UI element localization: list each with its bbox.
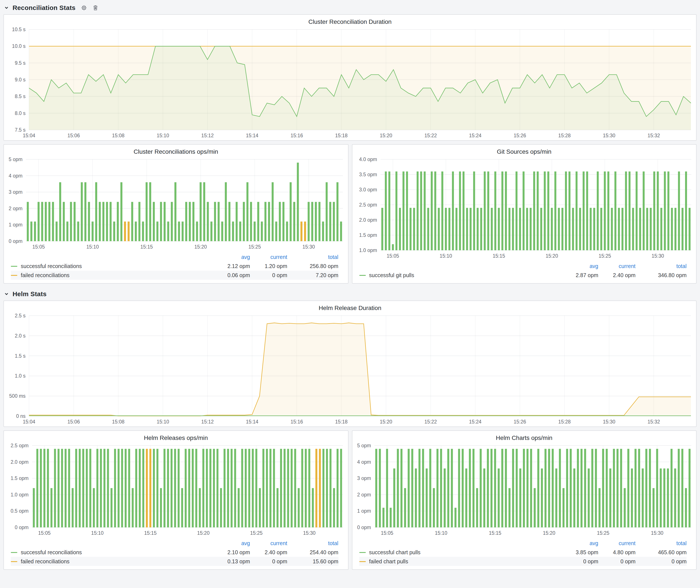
series-current: 2.40 opm xyxy=(598,272,635,278)
series-avg: 2.10 opm xyxy=(213,549,250,555)
series-avg: 0.13 opm xyxy=(213,558,250,564)
chart-canvas[interactable]: 0 opm0.5 opm1.0 opm1.5 opm2.0 opm2.5 opm… xyxy=(4,442,348,538)
legend-col-current[interactable]: current xyxy=(598,263,635,269)
svg-text:15:10: 15:10 xyxy=(157,133,169,138)
svg-text:9.0 s: 9.0 s xyxy=(15,77,26,82)
svg-text:2.0 opm: 2.0 opm xyxy=(11,459,29,465)
section-title[interactable]: Helm Stats xyxy=(13,290,47,297)
svg-text:15:15: 15:15 xyxy=(140,244,153,250)
svg-text:1 opm: 1 opm xyxy=(357,508,371,514)
cluster-reconciliation-duration-chart[interactable]: 7.5 s8.0 s8.5 s9.0 s9.5 s10.0 s10.5 s15:… xyxy=(4,26,696,140)
svg-text:15:05: 15:05 xyxy=(386,253,399,259)
svg-text:1.0 opm: 1.0 opm xyxy=(359,247,377,253)
chevron-down-icon[interactable] xyxy=(4,5,9,10)
legend-row-failed-chart-pulls: failed chart pulls 0 opm 0 opm 0 opm xyxy=(359,557,687,566)
svg-text:15:22: 15:22 xyxy=(424,419,437,425)
series-current: 2.40 opm xyxy=(250,549,287,555)
legend-col-avg[interactable]: avg xyxy=(561,540,598,546)
panel-helm-release-duration: Helm Release Duration 0 ns500 ms1.0 s1.5… xyxy=(3,300,697,427)
svg-text:15:24: 15:24 xyxy=(469,133,482,138)
series-toggle[interactable]: successful git pulls xyxy=(359,272,561,278)
chart-canvas[interactable]: 0 opm1 opm2 opm3 opm4 opm5 opm15:0515:10… xyxy=(4,156,348,252)
svg-text:15:18: 15:18 xyxy=(335,419,348,425)
series-avg: 3.85 opm xyxy=(561,549,598,555)
svg-text:15:10: 15:10 xyxy=(91,530,104,536)
svg-text:15:25: 15:25 xyxy=(250,530,263,536)
panel-git-sources-opm: Git Sources ops/min 1.0 opm1.5 opm2.0 op… xyxy=(352,144,697,284)
panel-title[interactable]: Helm Release Duration xyxy=(4,301,696,312)
legend-col-total[interactable]: total xyxy=(287,540,338,546)
svg-text:2.0 s: 2.0 s xyxy=(15,333,26,339)
svg-text:15:24: 15:24 xyxy=(469,419,482,425)
legend: avg current total successful reconciliat… xyxy=(4,538,348,569)
svg-text:4.0 opm: 4.0 opm xyxy=(359,157,377,162)
series-swatch xyxy=(359,561,366,562)
legend-col-avg[interactable]: avg xyxy=(213,540,250,546)
panel-title[interactable]: Helm Releases ops/min xyxy=(4,431,348,442)
chart-canvas[interactable]: 0 opm1 opm2 opm3 opm4 opm5 opm15:0515:10… xyxy=(352,442,696,538)
svg-text:1.0 s: 1.0 s xyxy=(15,373,26,379)
legend-col-current[interactable]: current xyxy=(598,540,635,546)
series-toggle[interactable]: failed reconciliations xyxy=(11,558,213,564)
section-title[interactable]: Reconciliation Stats xyxy=(13,4,76,11)
svg-text:15:30: 15:30 xyxy=(603,419,615,425)
series-toggle[interactable]: failed chart pulls xyxy=(359,558,561,564)
panel-title[interactable]: Helm Charts ops/min xyxy=(352,431,696,442)
series-toggle[interactable]: successful chart pulls xyxy=(359,549,561,555)
series-current: 4.80 opm xyxy=(598,549,635,555)
chart-canvas[interactable]: 1.0 opm1.5 opm2.0 opm2.5 opm3.0 opm3.5 o… xyxy=(352,156,696,261)
helm-releases-opm-chart[interactable]: 0 opm0.5 opm1.0 opm1.5 opm2.0 opm2.5 opm… xyxy=(4,442,348,538)
helm-release-duration-chart[interactable]: 0 ns500 ms1.0 s1.5 s2.0 s2.5 s15:0415:06… xyxy=(4,312,696,426)
legend-col-total[interactable]: total xyxy=(635,263,687,269)
series-total: 254.40 opm xyxy=(287,549,338,555)
svg-text:15:22: 15:22 xyxy=(424,133,437,138)
legend-header: avg current total xyxy=(11,252,338,262)
svg-text:15:30: 15:30 xyxy=(651,530,663,536)
svg-text:15:32: 15:32 xyxy=(647,133,660,138)
legend: avg current total successful chart pulls… xyxy=(352,538,696,569)
svg-text:15:10: 15:10 xyxy=(439,253,452,259)
svg-text:5 opm: 5 opm xyxy=(9,157,23,162)
chevron-down-icon[interactable] xyxy=(4,292,9,296)
legend-row-failed-reconciliations: failed reconciliations 0.13 opm 0 opm 15… xyxy=(11,557,338,566)
chart-canvas[interactable]: 7.5 s8.0 s8.5 s9.0 s9.5 s10.0 s10.5 s15:… xyxy=(4,26,696,140)
svg-text:15:04: 15:04 xyxy=(23,419,35,425)
legend-col-total[interactable]: total xyxy=(287,254,338,260)
legend-col-current[interactable]: current xyxy=(250,540,287,546)
svg-text:15:04: 15:04 xyxy=(23,133,35,138)
git-sources-opm-chart[interactable]: 1.0 opm1.5 opm2.0 opm2.5 opm3.0 opm3.5 o… xyxy=(352,156,696,261)
svg-text:15:30: 15:30 xyxy=(302,244,315,250)
section-header-reconciliation-stats[interactable]: Reconciliation Stats xyxy=(3,0,697,14)
panel-title[interactable]: Cluster Reconciliations ops/min xyxy=(4,145,348,156)
series-toggle[interactable]: successful reconciliations xyxy=(11,549,213,555)
svg-text:15:12: 15:12 xyxy=(201,419,214,425)
svg-text:3.5 opm: 3.5 opm xyxy=(359,172,377,177)
series-label: successful reconciliations xyxy=(21,549,82,555)
svg-text:10.5 s: 10.5 s xyxy=(12,27,26,32)
series-toggle[interactable]: successful reconciliations xyxy=(11,263,213,269)
svg-text:0 opm: 0 opm xyxy=(15,525,29,530)
chart-canvas[interactable]: 0 ns500 ms1.0 s1.5 s2.0 s2.5 s15:0415:06… xyxy=(4,312,696,426)
svg-text:0.5 opm: 0.5 opm xyxy=(11,508,29,514)
panel-title[interactable]: Cluster Reconciliation Duration xyxy=(4,15,696,26)
series-swatch xyxy=(359,552,366,553)
trash-icon[interactable] xyxy=(93,5,98,11)
legend-col-avg[interactable]: avg xyxy=(561,263,598,269)
svg-text:15:30: 15:30 xyxy=(651,253,664,259)
svg-text:4 opm: 4 opm xyxy=(9,173,23,179)
svg-text:15:25: 15:25 xyxy=(248,244,261,250)
legend-col-total[interactable]: total xyxy=(635,540,687,546)
svg-text:3.0 opm: 3.0 opm xyxy=(359,187,377,192)
cluster-reconciliations-opm-chart[interactable]: 0 opm1 opm2 opm3 opm4 opm5 opm15:0515:10… xyxy=(4,156,348,252)
legend-col-current[interactable]: current xyxy=(250,254,287,260)
series-total: 346.80 opm xyxy=(635,272,687,278)
section-header-helm-stats[interactable]: Helm Stats xyxy=(3,284,697,300)
series-toggle[interactable]: failed reconciliations xyxy=(11,272,213,278)
gear-icon[interactable] xyxy=(81,5,87,11)
panel-title[interactable]: Git Sources ops/min xyxy=(352,145,696,156)
svg-text:1.5 opm: 1.5 opm xyxy=(359,232,377,238)
svg-text:15:25: 15:25 xyxy=(598,253,611,259)
legend-col-avg[interactable]: avg xyxy=(213,254,250,260)
svg-text:0 ns: 0 ns xyxy=(16,413,26,419)
helm-charts-opm-chart[interactable]: 0 opm1 opm2 opm3 opm4 opm5 opm15:0515:10… xyxy=(352,442,696,538)
